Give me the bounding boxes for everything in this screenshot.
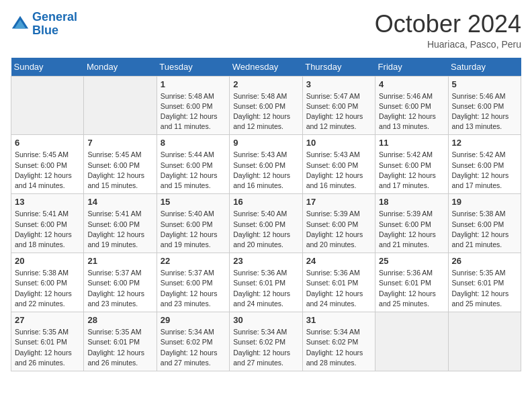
day-number: 12	[452, 138, 517, 148]
calendar-cell: 29 Sunrise: 5:34 AMSunset: 6:02 PMDaylig…	[157, 312, 229, 371]
day-detail: Sunrise: 5:40 AMSunset: 6:00 PMDaylight:…	[161, 209, 226, 250]
calendar-week-5: 27 Sunrise: 5:35 AMSunset: 6:01 PMDaylig…	[11, 312, 521, 371]
day-number: 14	[87, 197, 152, 207]
day-detail: Sunrise: 5:35 AMSunset: 6:01 PMDaylight:…	[15, 327, 80, 368]
page-header: General Blue October 2024 Huariaca, Pasc…	[11, 11, 521, 50]
day-detail: Sunrise: 5:48 AMSunset: 6:00 PMDaylight:…	[233, 91, 298, 132]
day-detail: Sunrise: 5:36 AMSunset: 6:01 PMDaylight:…	[233, 268, 298, 309]
calendar-cell: 12 Sunrise: 5:42 AMSunset: 6:00 PMDaylig…	[448, 135, 521, 194]
day-number: 5	[452, 79, 517, 89]
calendar-cell: 20 Sunrise: 5:38 AMSunset: 6:00 PMDaylig…	[11, 253, 84, 312]
day-number: 2	[233, 79, 298, 89]
day-detail: Sunrise: 5:41 AMSunset: 6:00 PMDaylight:…	[15, 209, 80, 250]
calendar-cell: 6 Sunrise: 5:45 AMSunset: 6:00 PMDayligh…	[11, 135, 84, 194]
calendar-cell	[11, 76, 84, 135]
day-number: 1	[161, 79, 226, 89]
day-detail: Sunrise: 5:44 AMSunset: 6:00 PMDaylight:…	[161, 150, 226, 191]
day-number: 25	[379, 256, 444, 266]
day-header-friday: Friday	[375, 58, 448, 77]
day-detail: Sunrise: 5:35 AMSunset: 6:01 PMDaylight:…	[452, 268, 517, 309]
calendar-cell: 8 Sunrise: 5:44 AMSunset: 6:00 PMDayligh…	[157, 135, 229, 194]
calendar-cell: 26 Sunrise: 5:35 AMSunset: 6:01 PMDaylig…	[448, 253, 521, 312]
calendar-week-3: 13 Sunrise: 5:41 AMSunset: 6:00 PMDaylig…	[11, 194, 521, 253]
month-title: October 2024	[375, 11, 521, 38]
day-detail: Sunrise: 5:36 AMSunset: 6:01 PMDaylight:…	[306, 268, 371, 309]
day-detail: Sunrise: 5:42 AMSunset: 6:00 PMDaylight:…	[379, 150, 444, 191]
day-detail: Sunrise: 5:46 AMSunset: 6:00 PMDaylight:…	[452, 91, 517, 132]
day-detail: Sunrise: 5:46 AMSunset: 6:00 PMDaylight:…	[379, 91, 444, 132]
calendar-cell	[375, 312, 448, 371]
day-detail: Sunrise: 5:42 AMSunset: 6:00 PMDaylight:…	[452, 150, 517, 191]
day-detail: Sunrise: 5:35 AMSunset: 6:01 PMDaylight:…	[87, 327, 152, 368]
day-number: 17	[306, 197, 371, 207]
day-detail: Sunrise: 5:47 AMSunset: 6:00 PMDaylight:…	[306, 91, 371, 132]
day-detail: Sunrise: 5:38 AMSunset: 6:00 PMDaylight:…	[15, 268, 80, 309]
calendar-cell: 19 Sunrise: 5:38 AMSunset: 6:00 PMDaylig…	[448, 194, 521, 253]
day-detail: Sunrise: 5:45 AMSunset: 6:00 PMDaylight:…	[15, 150, 80, 191]
day-header-monday: Monday	[84, 58, 157, 77]
calendar-cell: 16 Sunrise: 5:40 AMSunset: 6:00 PMDaylig…	[230, 194, 302, 253]
calendar-cell: 5 Sunrise: 5:46 AMSunset: 6:00 PMDayligh…	[448, 76, 521, 135]
day-number: 6	[15, 138, 80, 148]
day-number: 10	[306, 138, 371, 148]
calendar-cell: 24 Sunrise: 5:36 AMSunset: 6:01 PMDaylig…	[302, 253, 375, 312]
day-number: 3	[306, 79, 371, 89]
calendar-cell	[84, 76, 157, 135]
day-detail: Sunrise: 5:45 AMSunset: 6:00 PMDaylight:…	[87, 150, 152, 191]
day-header-saturday: Saturday	[448, 58, 521, 77]
calendar-cell: 18 Sunrise: 5:39 AMSunset: 6:00 PMDaylig…	[375, 194, 448, 253]
day-number: 23	[233, 256, 298, 266]
day-number: 16	[233, 197, 298, 207]
calendar-cell: 28 Sunrise: 5:35 AMSunset: 6:01 PMDaylig…	[84, 312, 157, 371]
calendar-cell: 21 Sunrise: 5:37 AMSunset: 6:00 PMDaylig…	[84, 253, 157, 312]
calendar-header: SundayMondayTuesdayWednesdayThursdayFrid…	[11, 58, 521, 77]
calendar-cell: 10 Sunrise: 5:43 AMSunset: 6:00 PMDaylig…	[302, 135, 375, 194]
day-detail: Sunrise: 5:41 AMSunset: 6:00 PMDaylight:…	[87, 209, 152, 250]
day-detail: Sunrise: 5:43 AMSunset: 6:00 PMDaylight:…	[306, 150, 371, 191]
day-detail: Sunrise: 5:37 AMSunset: 6:00 PMDaylight:…	[161, 268, 226, 309]
day-detail: Sunrise: 5:34 AMSunset: 6:02 PMDaylight:…	[233, 327, 298, 368]
calendar-week-4: 20 Sunrise: 5:38 AMSunset: 6:00 PMDaylig…	[11, 253, 521, 312]
logo-text: General Blue	[32, 11, 77, 38]
calendar-cell: 7 Sunrise: 5:45 AMSunset: 6:00 PMDayligh…	[84, 135, 157, 194]
calendar-cell: 25 Sunrise: 5:36 AMSunset: 6:01 PMDaylig…	[375, 253, 448, 312]
day-number: 13	[15, 197, 80, 207]
calendar-cell: 22 Sunrise: 5:37 AMSunset: 6:00 PMDaylig…	[157, 253, 229, 312]
calendar-cell: 11 Sunrise: 5:42 AMSunset: 6:00 PMDaylig…	[375, 135, 448, 194]
day-number: 9	[233, 138, 298, 148]
day-number: 4	[379, 79, 444, 89]
day-number: 26	[452, 256, 517, 266]
day-number: 31	[306, 315, 371, 325]
day-detail: Sunrise: 5:43 AMSunset: 6:00 PMDaylight:…	[233, 150, 298, 191]
day-number: 29	[161, 315, 226, 325]
day-detail: Sunrise: 5:34 AMSunset: 6:02 PMDaylight:…	[306, 327, 371, 368]
calendar-cell	[448, 312, 521, 371]
day-number: 22	[161, 256, 226, 266]
calendar-table: SundayMondayTuesdayWednesdayThursdayFrid…	[11, 58, 521, 371]
calendar-week-2: 6 Sunrise: 5:45 AMSunset: 6:00 PMDayligh…	[11, 135, 521, 194]
calendar-cell: 13 Sunrise: 5:41 AMSunset: 6:00 PMDaylig…	[11, 194, 84, 253]
day-header-wednesday: Wednesday	[230, 58, 302, 77]
day-detail: Sunrise: 5:34 AMSunset: 6:02 PMDaylight:…	[161, 327, 226, 368]
calendar-cell: 4 Sunrise: 5:46 AMSunset: 6:00 PMDayligh…	[375, 76, 448, 135]
day-number: 30	[233, 315, 298, 325]
day-number: 21	[87, 256, 152, 266]
calendar-cell: 2 Sunrise: 5:48 AMSunset: 6:00 PMDayligh…	[230, 76, 302, 135]
day-number: 7	[87, 138, 152, 148]
day-detail: Sunrise: 5:48 AMSunset: 6:00 PMDaylight:…	[161, 91, 226, 132]
day-detail: Sunrise: 5:39 AMSunset: 6:00 PMDaylight:…	[379, 209, 444, 250]
calendar-cell: 31 Sunrise: 5:34 AMSunset: 6:02 PMDaylig…	[302, 312, 375, 371]
calendar-cell: 14 Sunrise: 5:41 AMSunset: 6:00 PMDaylig…	[84, 194, 157, 253]
calendar-cell: 15 Sunrise: 5:40 AMSunset: 6:00 PMDaylig…	[157, 194, 229, 253]
calendar-cell: 17 Sunrise: 5:39 AMSunset: 6:00 PMDaylig…	[302, 194, 375, 253]
day-detail: Sunrise: 5:38 AMSunset: 6:00 PMDaylight:…	[452, 209, 517, 250]
day-detail: Sunrise: 5:39 AMSunset: 6:00 PMDaylight:…	[306, 209, 371, 250]
calendar-cell: 27 Sunrise: 5:35 AMSunset: 6:01 PMDaylig…	[11, 312, 84, 371]
location-subtitle: Huariaca, Pasco, Peru	[375, 39, 521, 50]
day-detail: Sunrise: 5:37 AMSunset: 6:00 PMDaylight:…	[87, 268, 152, 309]
calendar-cell: 9 Sunrise: 5:43 AMSunset: 6:00 PMDayligh…	[230, 135, 302, 194]
title-block: October 2024 Huariaca, Pasco, Peru	[375, 11, 521, 50]
calendar-cell: 3 Sunrise: 5:47 AMSunset: 6:00 PMDayligh…	[302, 76, 375, 135]
day-header-thursday: Thursday	[302, 58, 375, 77]
day-detail: Sunrise: 5:36 AMSunset: 6:01 PMDaylight:…	[379, 268, 444, 309]
